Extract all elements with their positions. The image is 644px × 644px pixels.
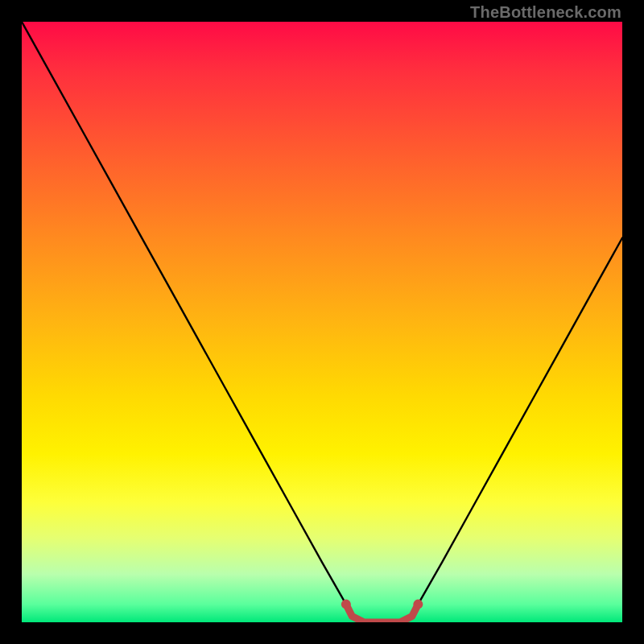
watermark-text: TheBottleneck.com <box>470 3 621 22</box>
highlight-endpoint-dot <box>413 600 423 609</box>
chart-svg <box>22 22 622 622</box>
highlight-endpoint-dot <box>341 600 351 609</box>
chart-plot-area <box>22 22 622 622</box>
flat-highlight-segment <box>346 605 419 622</box>
bottleneck-curve <box>22 22 622 622</box>
flat-highlight-endpoints <box>341 600 423 609</box>
